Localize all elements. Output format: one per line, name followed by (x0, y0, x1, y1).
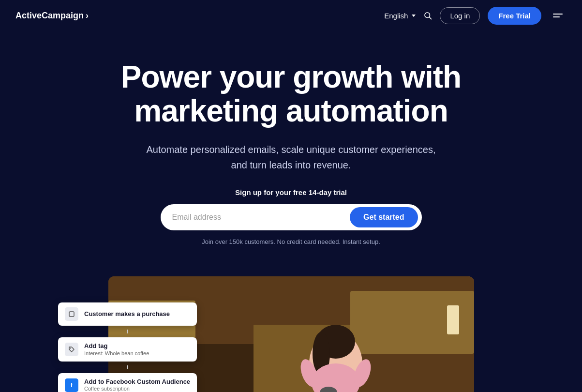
hero-section: Power your growth with marketing automat… (0, 31, 582, 265)
automation-card-2: Add tag Interest: Whole bean coffee (58, 337, 197, 362)
menu-button[interactable] (549, 7, 567, 24)
svg-point-23 (70, 347, 71, 348)
dashboard-area: Customer makes a purchase Add tag Intere… (0, 276, 582, 392)
search-icon (423, 11, 432, 20)
language-label: English (384, 12, 408, 20)
login-button[interactable]: Log in (440, 7, 480, 24)
automation-card-1: Customer makes a purchase (58, 302, 197, 326)
email-input[interactable] (172, 213, 350, 222)
svg-rect-16 (447, 305, 459, 334)
email-form: Get started (161, 204, 422, 230)
card-text-3: Add to Facebook Custom Audience Coffee s… (84, 378, 190, 392)
logo-text: ActiveCampaign (15, 11, 84, 21)
automation-card-3: f Add to Facebook Custom Audience Coffee… (58, 373, 197, 392)
card-text-2: Add tag Interest: Whole bean coffee (84, 342, 149, 357)
signup-label: Sign up for your free 14-day trial (235, 188, 347, 196)
card-icon-2 (65, 343, 78, 356)
tag-icon (68, 346, 75, 353)
search-button[interactable] (423, 11, 432, 20)
chevron-down-icon (412, 15, 416, 17)
svg-line-1 (430, 17, 432, 19)
hero-title: Power your growth with marketing automat… (103, 60, 480, 128)
language-selector[interactable]: English (384, 12, 416, 20)
card-title-2: Add tag (84, 342, 149, 350)
square-icon (68, 311, 75, 317)
logo: ActiveCampaign › (15, 11, 89, 21)
connector-1 (127, 330, 128, 333)
card-title-1: Customer makes a purchase (84, 310, 170, 318)
trust-text: Join over 150k customers. No credit card… (202, 238, 380, 245)
card-title-3: Add to Facebook Custom Audience (84, 378, 190, 386)
card-subtitle-2: Interest: Whole bean coffee (84, 350, 149, 357)
get-started-button[interactable]: Get started (350, 207, 418, 227)
card-text-1: Customer makes a purchase (84, 310, 170, 318)
free-trial-button[interactable]: Free Trial (488, 7, 541, 25)
connector-2 (127, 365, 128, 369)
hamburger-icon (553, 14, 563, 17)
hero-subtitle: Automate personalized emails, scale uniq… (141, 142, 441, 173)
automation-cards: Customer makes a purchase Add tag Intere… (58, 302, 197, 392)
svg-rect-22 (69, 312, 74, 317)
logo-arrow: › (86, 11, 89, 21)
card-subtitle-3: Coffee subscription (84, 385, 190, 392)
card-icon-3: f (65, 378, 78, 392)
navbar: ActiveCampaign › English Log in Free Tri… (0, 0, 582, 31)
card-icon-1 (65, 307, 78, 321)
